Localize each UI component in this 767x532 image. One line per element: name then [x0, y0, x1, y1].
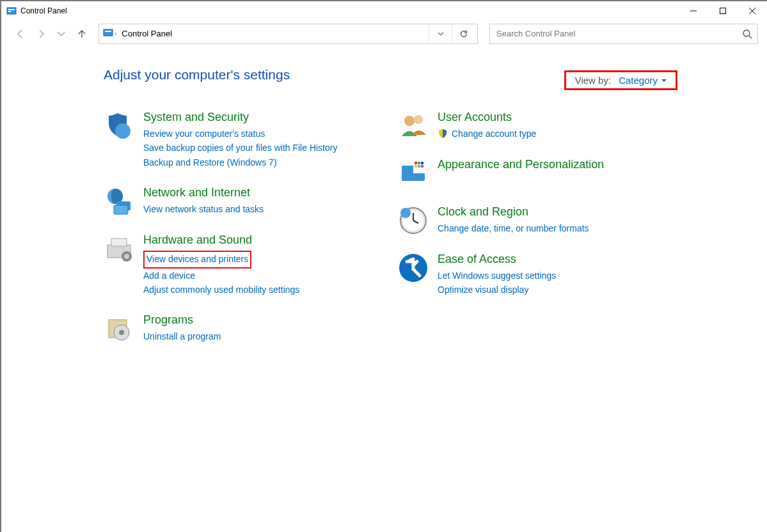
back-button[interactable]	[13, 26, 28, 42]
link-add-device[interactable]: Add a device	[143, 269, 299, 283]
category-title[interactable]: System and Security	[143, 111, 337, 124]
refresh-button[interactable]	[452, 24, 475, 43]
chevron-down-icon	[661, 78, 667, 83]
link-suggest-settings[interactable]: Let Windows suggest settings	[438, 269, 556, 283]
category-appearance: Appearance and Personalization	[398, 158, 667, 189]
network-icon	[104, 186, 134, 217]
category-title[interactable]: Appearance and Personalization	[438, 158, 604, 171]
category-system-security: System and Security Review your computer…	[104, 111, 372, 169]
svg-point-18	[124, 254, 129, 259]
printer-icon	[104, 233, 134, 264]
search-input[interactable]	[496, 29, 742, 38]
category-title[interactable]: Hardware and Sound	[143, 233, 299, 247]
link-devices-printers[interactable]: View devices and printers	[146, 252, 248, 266]
svg-line-10	[749, 36, 752, 38]
svg-rect-14	[114, 205, 128, 214]
category-title[interactable]: Programs	[143, 313, 221, 327]
view-by-value[interactable]: Category	[619, 75, 667, 86]
svg-rect-16	[111, 239, 127, 246]
category-column-left: System and Security Review your computer…	[104, 111, 372, 344]
svg-rect-27	[418, 162, 420, 164]
clock-icon	[398, 205, 429, 236]
window-title: Control Panel	[20, 6, 67, 15]
svg-rect-8	[105, 31, 111, 32]
category-title[interactable]: User Accounts	[438, 111, 536, 124]
svg-point-36	[400, 208, 411, 218]
category-clock-region: Clock and Region Change date, time, or n…	[398, 205, 667, 236]
svg-rect-29	[415, 165, 417, 168]
titlebar: Control Panel	[1, 1, 767, 20]
category-title[interactable]: Clock and Region	[438, 205, 589, 219]
maximize-button[interactable]	[708, 1, 738, 20]
category-programs: Programs Uninstall a program	[104, 313, 372, 344]
link-change-account-type[interactable]: Change account type	[438, 127, 536, 141]
minimize-button[interactable]	[679, 1, 708, 20]
category-hardware: Hardware and Sound View devices and prin…	[104, 233, 372, 297]
svg-rect-26	[415, 162, 417, 164]
view-by-control[interactable]: View by: Category	[564, 70, 677, 90]
shield-icon	[104, 111, 134, 141]
chevron-right-icon: ›	[113, 30, 118, 37]
link-visual-display[interactable]: Optimize visual display	[438, 283, 556, 297]
svg-rect-4	[720, 8, 726, 14]
app-icon	[6, 6, 17, 16]
category-title[interactable]: Network and Internet	[143, 186, 264, 199]
svg-point-23	[414, 115, 423, 124]
svg-rect-28	[421, 162, 423, 164]
svg-rect-1	[8, 9, 15, 10]
address-icon	[103, 27, 113, 40]
navbar: › Control Panel	[1, 20, 767, 47]
category-title[interactable]: Ease of Access	[438, 253, 556, 266]
link-uninstall[interactable]: Uninstall a program	[143, 329, 221, 343]
programs-icon	[104, 313, 134, 344]
link-mobility[interactable]: Adjust commonly used mobility settings	[143, 283, 299, 297]
view-by-label: View by:	[575, 75, 611, 86]
address-bar[interactable]: › Control Panel	[99, 24, 478, 44]
content-area: Adjust your computer's settings View by:…	[1, 47, 767, 344]
svg-rect-7	[104, 29, 113, 36]
history-dropdown[interactable]	[429, 24, 452, 43]
users-icon	[398, 111, 429, 141]
up-button[interactable]	[74, 26, 90, 42]
svg-rect-31	[421, 165, 423, 168]
breadcrumb-control-panel[interactable]: Control Panel	[118, 29, 176, 38]
category-network: Network and Internet View network status…	[104, 186, 372, 217]
category-column-right: User Accounts Change account type Appear…	[398, 111, 667, 344]
svg-rect-2	[8, 11, 11, 12]
link-file-history[interactable]: Save backup copies of your files with Fi…	[143, 141, 337, 155]
uac-shield-icon	[438, 129, 448, 139]
svg-rect-30	[418, 165, 420, 168]
link-backup-restore[interactable]: Backup and Restore (Windows 7)	[143, 155, 337, 169]
search-icon	[742, 29, 752, 39]
link-network-status[interactable]: View network status and tasks	[143, 202, 264, 216]
category-ease-of-access: Ease of Access Let Windows suggest setti…	[398, 253, 667, 297]
recent-dropdown[interactable]	[54, 26, 69, 42]
link-review-status[interactable]: Review your computer's status	[143, 127, 337, 141]
svg-point-9	[743, 30, 750, 36]
ease-of-access-icon	[398, 253, 429, 283]
close-button[interactable]	[738, 1, 767, 20]
search-box[interactable]	[489, 24, 758, 44]
forward-button[interactable]	[33, 26, 49, 42]
link-date-time-formats[interactable]: Change date, time, or number formats	[438, 221, 589, 235]
svg-point-11	[115, 123, 130, 139]
appearance-icon	[398, 158, 429, 189]
svg-point-21	[119, 330, 124, 335]
svg-point-22	[404, 116, 415, 126]
category-user-accounts: User Accounts Change account type	[398, 111, 667, 141]
